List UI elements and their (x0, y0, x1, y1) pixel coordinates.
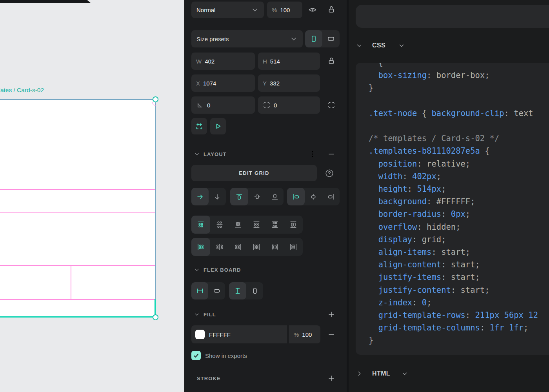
chevron-down-icon[interactable] (356, 42, 363, 49)
chevron-right-icon[interactable] (356, 370, 363, 377)
orientation-portrait-button[interactable] (305, 30, 322, 47)
size-presets-select[interactable]: Size presets (191, 30, 303, 47)
fill-color-input[interactable]: FFFFFF (191, 325, 287, 343)
rotation-value: 0 (207, 102, 210, 109)
code-line: z-index: 0; (369, 296, 549, 309)
align-items-start-button[interactable] (230, 188, 248, 205)
justify-items-end-button[interactable] (322, 188, 340, 205)
remove-layout-button[interactable] (327, 149, 336, 159)
selection-border-top (0, 99, 156, 100)
css-code-lines: { box-sizing: border-box;} .text-node { … (369, 63, 549, 347)
align-content-stretch-button[interactable] (284, 216, 303, 234)
lock-toggle-button[interactable] (327, 5, 336, 15)
show-in-exports-label: Show in exports (205, 352, 247, 359)
direction-row-button[interactable] (191, 188, 209, 205)
align-items-end-button[interactable] (266, 188, 284, 205)
align-content-start-button[interactable] (191, 216, 210, 234)
align-items-center-button[interactable] (248, 188, 266, 205)
edit-grid-button[interactable]: EDIT GRID (191, 165, 317, 181)
remove-fill-button[interactable] (327, 330, 336, 339)
stroke-title: STROKE (197, 376, 221, 381)
rotation-input[interactable]: 0 (191, 96, 255, 114)
blend-mode-select[interactable]: Normal (191, 2, 264, 18)
add-stroke-button[interactable] (327, 374, 336, 383)
code-line: height: 514px; (369, 183, 549, 195)
fit-board-to-content-button[interactable] (191, 118, 207, 134)
height-fix-button[interactable] (229, 282, 246, 299)
code-line: grid-template-columns: 1fr 1fr; (369, 321, 549, 334)
align-items-group (230, 188, 284, 205)
chevron-down-icon[interactable] (401, 370, 408, 377)
justify-content-stretch-button[interactable] (284, 238, 303, 256)
height-hug-button[interactable] (246, 282, 263, 299)
grid-help-button[interactable] (325, 169, 334, 178)
y-position-input[interactable]: Y 332 (258, 74, 320, 92)
height-input[interactable]: H 514 (258, 53, 320, 70)
chevron-down-icon[interactable] (194, 151, 200, 157)
fixed-height-icon (234, 287, 242, 295)
justify-content-around-icon (253, 243, 260, 251)
canvas-viewport[interactable]: templates / Card-s-02 (0, 0, 184, 392)
portrait-icon (310, 35, 318, 43)
width-hug-button[interactable] (208, 282, 225, 299)
code-line: position: relative; (369, 158, 549, 170)
justify-content-between-icon (271, 243, 279, 251)
resize-handle-bottom-right[interactable] (153, 314, 158, 320)
code-line: } (369, 334, 549, 347)
height-value: 514 (270, 58, 280, 65)
orientation-landscape-button[interactable] (322, 30, 340, 47)
edit-grid-row: EDIT GRID (191, 165, 340, 181)
justify-content-start-button[interactable] (191, 238, 210, 256)
fill-hex-value: FFFFFF (209, 331, 231, 338)
play-icon (214, 122, 222, 130)
align-content-end-button[interactable] (229, 216, 247, 234)
content-end-icon (234, 221, 242, 229)
chevron-down-icon[interactable] (398, 42, 405, 49)
code-line: .templates-b81110287e5a { (369, 145, 549, 157)
align-content-around-button[interactable] (247, 216, 265, 234)
resize-handle-top-right[interactable] (153, 96, 158, 102)
content-start-icon (197, 221, 205, 229)
chevron-down-icon[interactable] (194, 267, 200, 273)
independent-corners-button[interactable] (327, 100, 336, 110)
content-stretch-icon (289, 221, 297, 229)
help-icon (325, 169, 334, 178)
selection-border-right (155, 99, 156, 299)
align-content-center-button[interactable] (210, 216, 229, 234)
layout-menu-button[interactable] (308, 149, 317, 159)
align-content-between-button[interactable] (265, 216, 284, 234)
code-line: /* templates / Card-s-02 */ (369, 132, 549, 145)
preview-button[interactable] (210, 118, 226, 134)
justify-items-start-button[interactable] (287, 188, 305, 205)
fill-opacity-input[interactable]: % 100 (289, 325, 320, 343)
justify-content-center-button[interactable] (210, 238, 229, 256)
kebab-menu-icon (309, 150, 316, 158)
justify-content-end-button[interactable] (229, 238, 247, 256)
opacity-input[interactable]: % 100 (267, 2, 302, 18)
justify-content-around-button[interactable] (247, 238, 265, 256)
opacity-value: 100 (280, 7, 290, 13)
show-in-exports-checkbox[interactable] (191, 351, 201, 360)
justify-end-icon (327, 193, 335, 201)
justify-content-between-button[interactable] (265, 238, 284, 256)
proportion-lock-button[interactable] (327, 56, 336, 66)
width-fix-button[interactable] (191, 282, 208, 299)
chevron-down-icon[interactable] (194, 311, 200, 318)
vertical-sizing-group (229, 282, 263, 299)
code-line (369, 120, 549, 132)
color-swatch[interactable] (195, 330, 205, 339)
board-name-label[interactable]: templates / Card-s-02 (0, 87, 44, 94)
add-fill-button[interactable] (327, 310, 336, 319)
direction-column-button[interactable] (209, 188, 226, 205)
border-radius-input[interactable]: 0 (258, 96, 320, 114)
visibility-toggle-button[interactable] (308, 5, 317, 15)
landscape-icon (327, 35, 335, 43)
x-position-input[interactable]: X 1074 (191, 74, 255, 92)
code-line: align-items: start; (369, 246, 549, 258)
justify-items-center-button[interactable] (305, 188, 322, 205)
x-label: X (196, 80, 200, 87)
width-input[interactable]: W 402 (191, 53, 255, 70)
selected-board[interactable] (0, 99, 156, 318)
content-around-icon (253, 221, 260, 229)
css-code-block[interactable]: { box-sizing: border-box;} .text-node { … (356, 63, 549, 355)
